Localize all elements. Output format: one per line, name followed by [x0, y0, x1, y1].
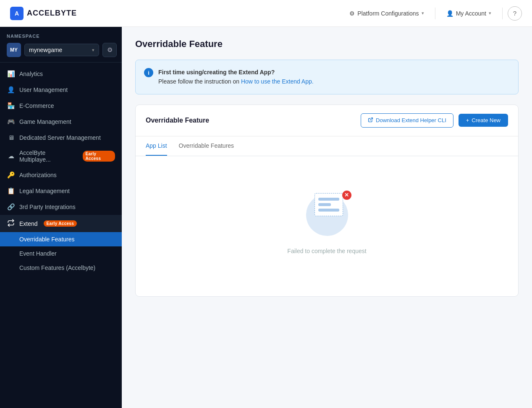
card-header: Overridable Feature Download Extend Help… [136, 105, 518, 136]
early-access-badge: Early Access [83, 151, 115, 162]
namespace-selector: MY mynewgame ▾ ⚙ [7, 43, 117, 57]
page-title: Overridable Feature [135, 39, 519, 50]
top-nav: A ACCELBYTE ⚙ Platform Configurations ▾ … [0, 0, 532, 27]
my-account-button[interactable]: 👤 My Account ▾ [440, 7, 497, 20]
sub-item-label: Event Handler [19, 250, 57, 257]
info-instruction-text: Please follow the instruction on [158, 78, 239, 85]
namespace-label: NAMESPACE [7, 34, 117, 39]
extend-icon [7, 219, 15, 228]
sidebar-item-3rd-party[interactable]: 🔗 3rd Party Integrations [0, 199, 122, 215]
empty-state-message: Failed to complete the request [287, 248, 366, 254]
sidebar-item-label: E-Commerce [19, 102, 54, 109]
game-icon: 🎮 [7, 118, 15, 126]
nav-right: ⚙ Platform Configurations ▾ 👤 My Account… [343, 6, 522, 21]
sidebar-item-game-management[interactable]: 🎮 Game Management [0, 114, 122, 130]
card-tabs: App List Overridable Features [136, 136, 518, 156]
sidebar-item-label: Analytics [19, 71, 43, 77]
sub-item-label: Custom Features (Accelbyte) [19, 264, 95, 271]
sidebar-item-label: Extend [19, 220, 38, 227]
chevron-down-icon: ▾ [422, 10, 424, 16]
empty-state: ✕ Failed to complete the request [136, 156, 518, 296]
sidebar-subitem-event-handler[interactable]: Event Handler [0, 246, 122, 261]
info-text: First time using/creating the Extend App… [158, 68, 314, 86]
card-title: Overridable Feature [146, 117, 209, 124]
cloud-icon: ☁ [7, 152, 15, 160]
server-icon: 🖥 [7, 134, 15, 141]
sidebar-item-analytics[interactable]: 📊 Analytics [0, 66, 122, 82]
sidebar-item-label: 3rd Party Integrations [19, 204, 76, 210]
error-illustration: ✕ [302, 190, 352, 236]
tab-overridable-features[interactable]: Overridable Features [179, 136, 234, 156]
nav-divider [435, 8, 435, 19]
namespace-dropdown[interactable]: mynewgame ▾ [24, 44, 99, 56]
sidebar-subitem-overridable-features[interactable]: Overridable Features [0, 232, 122, 246]
integration-icon: 🔗 [7, 203, 15, 211]
external-link-icon [368, 117, 373, 124]
user-icon: 👤 [7, 86, 15, 94]
svg-line-0 [370, 118, 373, 120]
info-link[interactable]: How to use the Extend App. [241, 78, 314, 85]
analytics-icon: 📊 [7, 70, 15, 78]
main-content: Overridable Feature i First time using/c… [122, 27, 532, 408]
extend-early-access-badge: Early Access [44, 220, 77, 227]
namespace-badge: MY [7, 43, 21, 57]
logo-area: A ACCELBYTE [10, 7, 343, 20]
create-new-button[interactable]: + Create New [459, 114, 508, 127]
sidebar-item-label: User Management [19, 86, 68, 93]
chevron-down-icon: ▾ [489, 10, 491, 16]
logo-icon: A [10, 7, 24, 20]
card-actions: Download Extend Helper CLI + Create New [361, 113, 508, 128]
sub-item-label: Overridable Features [19, 236, 75, 243]
sidebar-item-label: AccelByte Multiplaye... [19, 149, 77, 163]
sidebar-item-accelbyte-multiplayer[interactable]: ☁ AccelByte Multiplaye... Early Access [0, 145, 122, 167]
feature-card: Overridable Feature Download Extend Help… [135, 105, 519, 297]
sidebar-item-legal-management[interactable]: 📋 Legal Management [0, 183, 122, 199]
ecommerce-icon: 🏪 [7, 102, 15, 110]
error-x-badge: ✕ [342, 191, 351, 200]
sidebar-item-label: Legal Management [19, 188, 70, 194]
gear-icon: ⚙ [349, 10, 355, 17]
body-area: NAMESPACE MY mynewgame ▾ ⚙ 📊 Analytics 👤… [0, 27, 532, 408]
user-icon: 👤 [446, 10, 453, 17]
sidebar-item-dedicated-server[interactable]: 🖥 Dedicated Server Management [0, 130, 122, 145]
info-banner: i First time using/creating the Extend A… [135, 60, 519, 94]
tab-app-list[interactable]: App List [146, 136, 167, 156]
sidebar-item-label: Game Management [19, 118, 71, 125]
sidebar-item-label: Authorizations [19, 172, 57, 178]
sidebar-item-authorizations[interactable]: 🔑 Authorizations [0, 167, 122, 183]
legal-icon: 📋 [7, 187, 15, 195]
sidebar: NAMESPACE MY mynewgame ▾ ⚙ 📊 Analytics 👤… [0, 27, 122, 408]
doc-line-3 [318, 209, 339, 212]
namespace-settings-button[interactable]: ⚙ [102, 43, 117, 57]
namespace-section: NAMESPACE MY mynewgame ▾ ⚙ [0, 27, 122, 63]
sidebar-item-extend[interactable]: Extend Early Access [0, 215, 122, 232]
help-button[interactable]: ? [508, 6, 522, 21]
sidebar-item-ecommerce[interactable]: 🏪 E-Commerce [0, 98, 122, 114]
logo-text: ACCELBYTE [27, 9, 77, 18]
doc-line-1 [318, 198, 339, 201]
chevron-down-icon: ▾ [92, 47, 94, 53]
sidebar-subitem-custom-features[interactable]: Custom Features (Accelbyte) [0, 261, 122, 275]
plus-icon: + [466, 117, 469, 123]
doc-line-2 [318, 203, 331, 206]
nav-items: 📊 Analytics 👤 User Management 🏪 E-Commer… [0, 63, 122, 278]
key-icon: 🔑 [7, 171, 15, 179]
platform-config-button[interactable]: ⚙ Platform Configurations ▾ [343, 7, 430, 20]
info-heading: First time using/creating the Extend App… [158, 69, 275, 76]
info-icon: i [144, 68, 153, 77]
sidebar-item-label: Dedicated Server Management [19, 134, 101, 141]
download-cli-button[interactable]: Download Extend Helper CLI [361, 113, 453, 128]
nav-divider-2 [502, 8, 503, 19]
sidebar-item-user-management[interactable]: 👤 User Management [0, 82, 122, 98]
error-doc [314, 193, 343, 216]
